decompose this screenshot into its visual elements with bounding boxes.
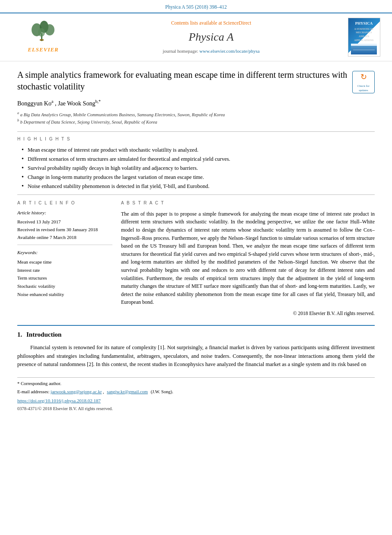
doi-link[interactable]: https://doi.org/10.1016/j.physa.2018.02.…: [17, 398, 101, 403]
authors-line: Bonggyun Koa , Jae Wook Songb,*: [17, 99, 375, 108]
article-info-section: A R T I C L E I N F O Article history: R…: [17, 200, 112, 298]
author1-sup: a: [51, 99, 53, 104]
elsevier-logo-section: ELSEVIER: [9, 20, 78, 54]
highlights-label: H I G H L I G H T S: [17, 136, 375, 143]
divider-1: [17, 131, 375, 132]
journal-ref: Physica A 505 (2018) 398–412: [0, 0, 392, 13]
author1-name: Bonggyun Ko: [17, 100, 51, 106]
corresponding-label: * Corresponding author.: [17, 381, 61, 386]
abstract-section: A B S T R A C T The aim of this paper is…: [121, 200, 375, 317]
section-num: 1.: [17, 331, 22, 338]
highlight-item: Different scenarios of term structures a…: [22, 155, 375, 163]
highlight-item: Noise enhanced stability phenomenon is d…: [22, 182, 375, 190]
affiliation-a: a a Big Data Analytics Group, Mobile Com…: [17, 111, 375, 118]
affiliations: a a Big Data Analytics Group, Mobile Com…: [17, 111, 375, 126]
two-col-section: A R T I C L E I N F O Article history: R…: [17, 200, 375, 317]
history-label: Article history:: [17, 209, 112, 217]
article-title: A simple analytics framework for evaluat…: [17, 69, 348, 92]
keyword-item: Mean escape time: [17, 258, 112, 266]
svg-rect-5: [40, 39, 44, 41]
journal-header: ELSEVIER Contents lists available at Sci…: [0, 13, 392, 61]
svg-point-3: [45, 24, 54, 35]
keywords-list: Mean escape time Interest rate Term stru…: [17, 258, 112, 298]
article-history: Article history: Received 13 July 2017 R…: [17, 209, 112, 245]
elsevier-brand-name: ELSEVIER: [28, 46, 59, 54]
svg-point-4: [38, 28, 45, 37]
email-suffix: (J.W. Song).: [151, 389, 173, 394]
section-title-text: Introduction: [26, 331, 61, 338]
keywords-label: Keywords:: [17, 249, 112, 256]
sciencedirect-link: Contents lists available at ScienceDirec…: [82, 19, 340, 27]
journal-homepage: journal homepage: www.elsevier.com/locat…: [82, 48, 340, 55]
keyword-item: Term structures: [17, 274, 112, 282]
homepage-prefix: journal homepage:: [163, 48, 198, 54]
contents-available-text: Contents lists available at: [171, 20, 222, 25]
received-revised-date: Received in revised form 30 January 2018: [17, 226, 112, 234]
physica-cover-thumb: PHYSICA A STATISTICAL MECHANICSAND ITS A…: [348, 18, 380, 57]
highlight-item: Change in long-term maturity produces th…: [22, 173, 375, 181]
elsevier-tree-logo: [17, 20, 69, 44]
article-title-section: A simple analytics framework for evaluat…: [17, 69, 375, 93]
journal-ref-text: Physica A 505 (2018) 398–412: [165, 4, 226, 10]
main-content: A simple analytics framework for evaluat…: [0, 61, 392, 416]
email-sep: ,: [103, 389, 104, 394]
check-updates-label: Check for updates: [353, 84, 374, 92]
issn-line: 0378-4371/© 2018 Elsevier B.V. All right…: [17, 405, 375, 412]
introduction-section: 1. Introduction Financial system is reno…: [17, 325, 375, 369]
intro-paragraph: Financial system is renowned for its nat…: [17, 344, 375, 369]
received-date: Received 13 July 2017: [17, 218, 112, 226]
abstract-copyright: © 2018 Elsevier B.V. All rights reserved…: [121, 310, 375, 317]
highlights-list: Mean escape time of interest rate produc…: [17, 146, 375, 191]
affiliation-a-text: a Big Data Analytics Group, Mobile Commu…: [20, 112, 225, 117]
available-online-date: Available online 7 March 2018: [17, 234, 112, 242]
author2-sup: b,*: [95, 99, 101, 104]
divider-2: [17, 194, 375, 195]
affiliation-b: b b Department of Data Science, Sejong U…: [17, 118, 375, 125]
section-title: 1. Introduction: [17, 330, 375, 340]
check-updates-badge: ↻ Check for updates: [352, 71, 375, 93]
doi-line: https://doi.org/10.1016/j.physa.2018.02.…: [17, 398, 375, 404]
highlight-item: Survival probability rapidly decays in h…: [22, 164, 375, 172]
article-info-col: A R T I C L E I N F O Article history: R…: [17, 200, 112, 317]
email-line: E-mail addresses: jaewook.song@sejong.ac…: [17, 389, 375, 395]
article-info-label: A R T I C L E I N F O: [17, 200, 112, 207]
email1-link[interactable]: jaewook.song@sejong.ac.kr: [51, 389, 102, 394]
keyword-item: Interest rate: [17, 266, 112, 274]
sciencedirect-text: ScienceDirect: [223, 20, 252, 25]
keywords-section: Keywords: Mean escape time Interest rate…: [17, 249, 112, 298]
homepage-url[interactable]: www.elsevier.com/locate/physa: [199, 48, 259, 54]
journal-title: Physica A: [82, 29, 340, 45]
keyword-item: Stochastic volatility: [17, 282, 112, 290]
author2-name: , Jae Wook Song: [55, 100, 96, 106]
footnote-section: * Corresponding author. E-mail addresses…: [17, 377, 375, 412]
abstract-text: The aim of this paper is to propose a si…: [121, 210, 375, 306]
journal-thumbnail: PHYSICA A STATISTICAL MECHANICSAND ITS A…: [344, 18, 383, 57]
check-updates-icon: ↻: [360, 71, 367, 83]
email-label: E-mail addresses:: [17, 389, 49, 394]
email2-link[interactable]: sangjw.kr@gmail.com: [107, 389, 148, 394]
keyword-item: Noise enhanced stability: [17, 290, 112, 299]
highlights-section: H I G H L I G H T S Mean escape time of …: [17, 136, 375, 190]
journal-info-center: Contents lists available at ScienceDirec…: [82, 19, 340, 55]
highlight-item: Mean escape time of interest rate produc…: [22, 146, 375, 154]
affiliation-b-text: b Department of Data Science, Sejong Uni…: [20, 119, 157, 124]
corresponding-author-line: * Corresponding author.: [17, 380, 375, 387]
abstract-label: A B S T R A C T: [121, 200, 375, 207]
